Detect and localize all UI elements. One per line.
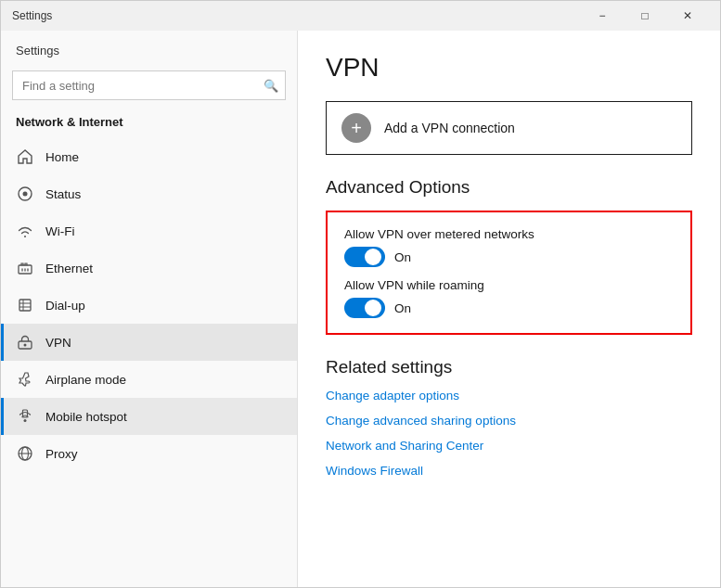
advanced-options-title: Advanced Options [326, 177, 692, 198]
toggle-roaming-control: On [344, 298, 674, 318]
svg-point-1 [23, 192, 28, 197]
add-vpn-label: Add a VPN connection [384, 121, 515, 135]
sidebar-label-dialup: Dial-up [45, 299, 85, 313]
sidebar-label-wifi: Wi-Fi [45, 224, 74, 238]
link-network-sharing-center[interactable]: Network and Sharing Center [326, 439, 692, 453]
toggle-metered-switch[interactable] [344, 247, 385, 267]
sidebar-label-ethernet: Ethernet [45, 262, 93, 275]
dialup-icon [16, 296, 34, 314]
search-icon: 🔍 [264, 79, 278, 93]
title-bar: Settings − □ ✕ [1, 1, 720, 31]
sidebar-label-status: Status [45, 187, 81, 201]
toggle-roaming-switch[interactable] [344, 298, 385, 318]
sidebar-item-airplane[interactable]: Airplane mode [1, 361, 297, 398]
settings-window: Settings − □ ✕ Settings 🔍 Network & Inte… [0, 0, 721, 588]
main-layout: Settings 🔍 Network & Internet Home [1, 31, 720, 587]
sidebar-app-title: Settings [1, 31, 297, 65]
sidebar-label-vpn: VPN [45, 336, 71, 350]
sidebar-item-status[interactable]: Status [1, 175, 297, 212]
sidebar-item-dialup[interactable]: Dial-up [1, 287, 297, 324]
sidebar-item-ethernet[interactable]: Ethernet [1, 249, 297, 287]
link-advanced-sharing[interactable]: Change advanced sharing options [326, 414, 692, 428]
toggle-row-roaming: Allow VPN while roaming On [344, 278, 674, 318]
sidebar-item-vpn[interactable]: VPN [1, 324, 297, 361]
sidebar-item-wifi[interactable]: Wi-Fi [1, 212, 297, 249]
sidebar-item-home[interactable]: Home [1, 138, 297, 175]
close-button[interactable]: ✕ [666, 1, 709, 31]
status-icon [16, 185, 34, 203]
toggle-row-metered: Allow VPN over metered networks On [344, 227, 674, 267]
home-icon [16, 147, 34, 166]
toggle-roaming-label: Allow VPN while roaming [344, 278, 674, 292]
maximize-button[interactable]: □ [624, 1, 666, 31]
search-box: 🔍 [12, 70, 286, 100]
plus-icon: + [341, 113, 371, 143]
link-windows-firewall[interactable]: Windows Firewall [326, 464, 692, 478]
sidebar-label-home: Home [45, 150, 79, 164]
sidebar-label-hotspot: Mobile hotspot [45, 410, 127, 424]
window-title: Settings [12, 9, 52, 22]
sidebar-label-airplane: Airplane mode [45, 373, 126, 387]
sidebar-item-hotspot[interactable]: Mobile hotspot [1, 398, 297, 435]
sidebar-section-label: Network & Internet [1, 109, 297, 138]
minimize-button[interactable]: − [581, 1, 624, 31]
page-title: VPN [326, 53, 692, 83]
search-input[interactable] [12, 70, 286, 100]
svg-point-8 [24, 344, 27, 347]
vpn-icon [16, 333, 34, 352]
sidebar-item-proxy[interactable]: Proxy [1, 435, 297, 472]
link-change-adapter[interactable]: Change adapter options [326, 389, 692, 403]
sidebar: Settings 🔍 Network & Internet Home [1, 31, 298, 587]
hotspot-icon [16, 407, 34, 426]
svg-rect-3 [19, 300, 31, 311]
ethernet-icon [16, 259, 34, 277]
add-vpn-button[interactable]: + Add a VPN connection [326, 101, 692, 155]
wifi-icon [16, 222, 34, 240]
advanced-options-box: Allow VPN over metered networks On Allow… [326, 211, 692, 335]
sidebar-label-proxy: Proxy [45, 447, 78, 461]
toggle-roaming-state: On [394, 301, 411, 315]
proxy-icon [16, 444, 34, 463]
toggle-metered-state: On [394, 250, 411, 264]
toggle-metered-label: Allow VPN over metered networks [344, 227, 674, 241]
toggle-metered-control: On [344, 247, 674, 267]
window-controls: − □ ✕ [581, 1, 709, 31]
main-panel: VPN + Add a VPN connection Advanced Opti… [298, 31, 720, 587]
related-settings-title: Related settings [326, 357, 692, 377]
airplane-icon [16, 370, 34, 389]
